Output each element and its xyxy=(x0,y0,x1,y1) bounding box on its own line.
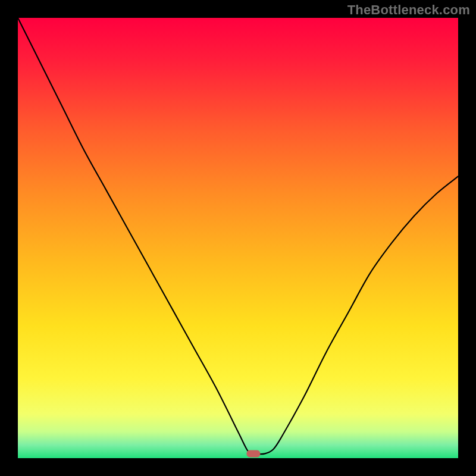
gradient-background xyxy=(18,18,458,458)
watermark-text: TheBottleneck.com xyxy=(347,2,470,18)
bottleneck-chart xyxy=(18,18,458,458)
chart-stage: TheBottleneck.com xyxy=(0,0,476,476)
plot-area xyxy=(18,18,458,458)
optimal-point-marker xyxy=(247,450,260,457)
